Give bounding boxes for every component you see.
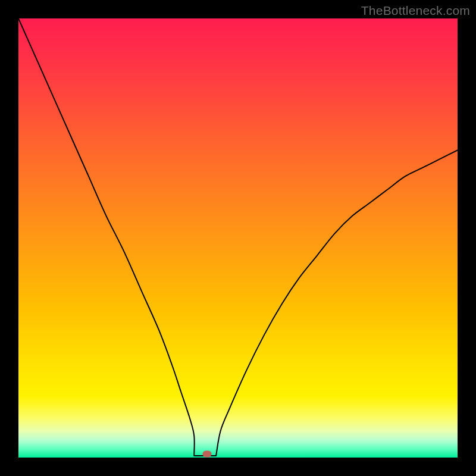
optimum-marker-icon [203,451,212,458]
plot-area [18,18,458,458]
chart-frame: TheBottleneck.com [0,0,476,476]
bottleneck-curve [18,18,458,458]
watermark-text: TheBottleneck.com [361,4,470,18]
